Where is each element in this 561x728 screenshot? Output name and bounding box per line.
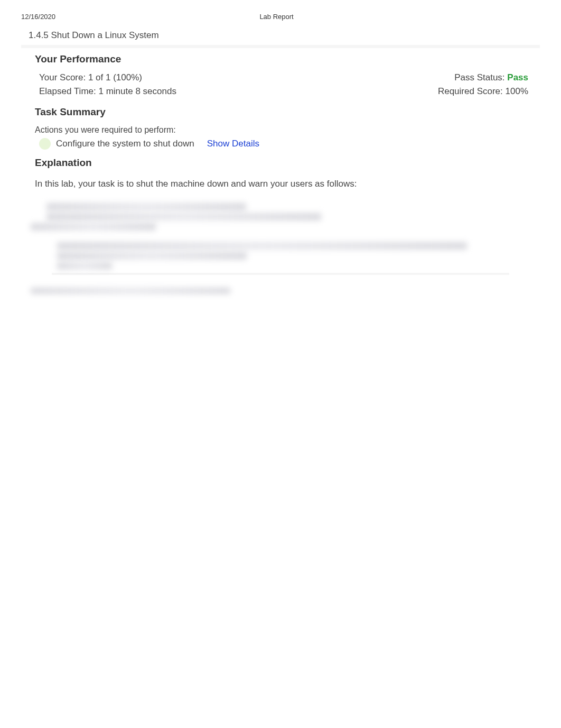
required-cell: Required Score: 100%	[438, 86, 528, 97]
performance-section: Your Performance Your Score: 1 of 1 (100…	[0, 48, 561, 101]
blur-line	[46, 203, 246, 210]
explanation-heading: Explanation	[35, 157, 532, 169]
show-details-link[interactable]: Show Details	[207, 139, 259, 149]
lab-title: 1.4.5 Shut Down a Linux System	[0, 26, 561, 45]
perf-row-elapsed: Elapsed Time: 1 minute 8 seconds Require…	[35, 85, 532, 99]
blur-line	[57, 242, 467, 250]
elapsed-value: 1 minute 8 seconds	[98, 86, 176, 96]
blur-line	[31, 288, 230, 294]
blur-line	[57, 252, 247, 260]
perf-row-score: Your Score: 1 of 1 (100%) Pass Status: P…	[35, 71, 532, 85]
actions-label: Actions you were required to perform:	[35, 124, 532, 138]
explanation-section: Explanation In this lab, your task is to…	[0, 152, 561, 200]
elapsed-cell: Elapsed Time: 1 minute 8 seconds	[39, 86, 176, 97]
task-row: Configure the system to shut down Show D…	[35, 138, 532, 150]
required-label: Required Score:	[438, 86, 506, 96]
pass-label: Pass Status:	[454, 72, 507, 82]
status-complete-icon	[39, 138, 51, 150]
blurred-content	[0, 203, 561, 302]
required-value: 100%	[506, 86, 528, 96]
blur-line	[46, 213, 321, 220]
score-label: Your Score:	[39, 72, 88, 82]
score-value: 1 of 1 (100%)	[88, 72, 142, 82]
task-summary-heading: Task Summary	[35, 106, 532, 118]
performance-heading: Your Performance	[35, 53, 532, 65]
explanation-intro: In this lab, your task is to shut the ma…	[35, 175, 532, 198]
blur-line	[57, 262, 112, 270]
task-text: Configure the system to shut down	[56, 139, 194, 149]
blur-line	[31, 223, 156, 231]
score-cell: Your Score: 1 of 1 (100%)	[39, 72, 142, 83]
pass-value: Pass	[507, 72, 528, 82]
header-title: Lab Report	[13, 13, 540, 21]
elapsed-label: Elapsed Time:	[39, 86, 98, 96]
page-header: 12/16/2020 Lab Report	[0, 0, 561, 26]
task-summary-section: Task Summary Actions you were required t…	[0, 101, 561, 152]
divider	[52, 273, 509, 275]
pass-cell: Pass Status: Pass	[454, 72, 528, 83]
